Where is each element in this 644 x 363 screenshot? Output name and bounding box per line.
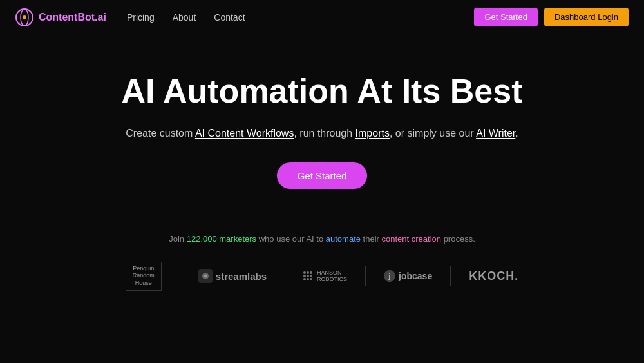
jobcase-icon: j: [384, 270, 395, 282]
hanson-label2: ROBOTICS: [317, 276, 347, 282]
nav-links: Pricing About Contact: [127, 12, 245, 23]
hero-link-imports[interactable]: Imports: [355, 128, 390, 139]
hero-section: AI Automation At Its Best Create custom …: [0, 34, 644, 208]
hanson-grid-icon: [303, 271, 312, 280]
brand-divider-3: [365, 266, 366, 286]
hanson-container: HANSON ROBOTICS: [303, 270, 347, 282]
brand-koch: KKOCH.: [469, 270, 518, 283]
dashboard-login-button[interactable]: Dashboard Login: [544, 8, 629, 26]
brand-divider-2: [285, 266, 285, 286]
brand-penguin-label: Penguin Random House: [126, 262, 162, 291]
logo-text-part1: ContentBot: [39, 12, 95, 23]
brand-divider-1: [180, 266, 180, 286]
social-proof-plain4: process.: [441, 234, 475, 244]
jobcase-label: jobcase: [399, 271, 432, 281]
brand-streamlabs: streamlabs: [198, 269, 267, 283]
hero-subtitle-plain4: .: [515, 128, 518, 139]
hanson-label1: HANSON: [317, 270, 347, 276]
logo-icon: [15, 8, 33, 26]
nav-link-contact[interactable]: Contact: [214, 12, 245, 23]
get-started-nav-button[interactable]: Get Started: [474, 8, 537, 26]
social-proof-plain2: who use our AI to: [256, 234, 326, 244]
hero-subtitle: Create custom AI Content Workflows, run …: [126, 125, 518, 142]
social-proof-highlight-green: 122,000 marketers: [187, 234, 256, 244]
hero-subtitle-plain1: Create custom: [126, 128, 195, 139]
logo[interactable]: ContentBot.ai: [15, 8, 106, 26]
streamlabs-label: streamlabs: [216, 271, 267, 282]
nav-link-pricing[interactable]: Pricing: [127, 12, 155, 23]
social-proof-highlight-blue: automate: [326, 234, 361, 244]
social-proof-plain3: their: [361, 234, 382, 244]
jobcase-container: j jobcase: [384, 270, 432, 282]
streamlabs-container: streamlabs: [198, 269, 267, 283]
svg-point-2: [23, 15, 26, 19]
streamlabs-icon: [198, 269, 213, 283]
brand-penguin: Penguin Random House: [126, 262, 162, 291]
logo-text: ContentBot.ai: [39, 12, 106, 23]
svg-text:j: j: [388, 273, 391, 280]
hero-subtitle-plain2: , run through: [294, 128, 355, 139]
hero-link-workflows[interactable]: AI Content Workflows: [195, 128, 294, 139]
koch-label: KKOCH.: [469, 270, 518, 283]
hero-title: AI Automation At Its Best: [121, 73, 522, 110]
brand-jobcase: j jobcase: [384, 270, 432, 282]
hero-subtitle-plain3: , or simply use our: [390, 128, 476, 139]
get-started-hero-button[interactable]: Get Started: [277, 162, 368, 189]
brand-divider-4: [450, 266, 451, 286]
social-proof-text: Join 122,000 marketers who use our AI to…: [169, 234, 475, 244]
brand-hanson: HANSON ROBOTICS: [303, 270, 347, 282]
nav-link-about[interactable]: About: [173, 12, 196, 23]
social-proof-highlight-pink: content creation: [382, 234, 442, 244]
social-proof-plain1: Join: [169, 234, 186, 244]
social-proof-section: Join 122,000 marketers who use our AI to…: [0, 234, 644, 291]
logo-text-part2: .ai: [95, 12, 106, 23]
hero-link-ai-writer[interactable]: AI Writer: [476, 128, 515, 139]
navbar: ContentBot.ai Pricing About Contact Get …: [0, 0, 644, 34]
navbar-left: ContentBot.ai Pricing About Contact: [15, 8, 245, 26]
navbar-right: Get Started Dashboard Login: [474, 8, 629, 26]
svg-point-5: [204, 275, 207, 277]
brands-row: Penguin Random House streamlabs: [126, 262, 518, 291]
